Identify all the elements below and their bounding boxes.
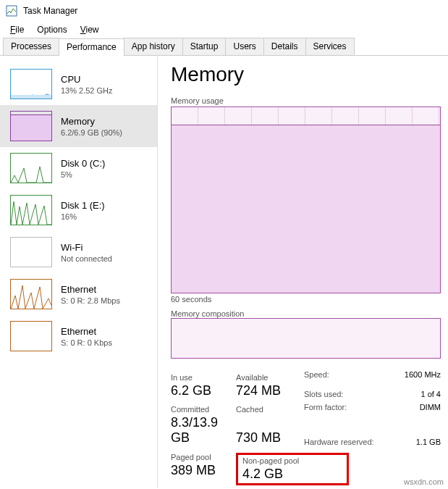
nonpaged-pool-highlight: Non-paged pool 4.2 GB bbox=[236, 453, 349, 485]
detail-pane: Memory Memory usage 60 seconds Memory co… bbox=[158, 56, 448, 488]
cpu-thumb-icon bbox=[10, 69, 52, 99]
nonpaged-pool-value: 4.2 GB bbox=[242, 465, 342, 482]
memory-usage-chart bbox=[171, 106, 441, 293]
sidebar-item-label: Memory bbox=[61, 116, 122, 127]
sidebar-item-sublabel: 13% 2.52 GHz bbox=[61, 86, 113, 95]
page-title: Memory bbox=[171, 63, 441, 86]
app-icon bbox=[6, 5, 17, 17]
sidebar-item-label: Ethernet bbox=[61, 326, 112, 337]
menu-view[interactable]: View bbox=[75, 23, 105, 36]
sidebar-item-eth0[interactable]: Ethernet S: 0 R: 2.8 Mbps bbox=[0, 273, 157, 315]
menu-file[interactable]: File bbox=[4, 23, 30, 36]
sidebar-item-disk1[interactable]: Disk 1 (E:) 16% bbox=[0, 189, 157, 231]
sidebar-item-cpu[interactable]: CPU 13% 2.52 GHz bbox=[0, 63, 157, 105]
available-value: 724 MB bbox=[236, 382, 304, 401]
memory-thumb-icon bbox=[10, 111, 52, 141]
ethernet-thumb-icon bbox=[10, 279, 52, 309]
sidebar-item-label: Ethernet bbox=[61, 284, 120, 295]
tab-performance[interactable]: Performance bbox=[59, 38, 124, 56]
titlebar: Task Manager bbox=[0, 0, 448, 22]
ethernet-thumb-icon bbox=[10, 321, 52, 351]
sidebar-item-sublabel: Not connected bbox=[61, 254, 112, 263]
sidebar-item-sublabel: 5% bbox=[61, 170, 105, 179]
sidebar-item-label: Disk 0 (C:) bbox=[61, 158, 105, 169]
disk-thumb-icon bbox=[10, 195, 52, 225]
sidebar-item-sublabel: 6.2/6.9 GB (90%) bbox=[61, 128, 122, 137]
tab-startup[interactable]: Startup bbox=[182, 38, 227, 55]
watermark: wsxdn.com bbox=[404, 477, 444, 486]
tab-strip: Processes Performance App history Startu… bbox=[0, 38, 448, 56]
spec-form-value: DIMM bbox=[405, 401, 441, 414]
committed-label: Committed bbox=[171, 405, 236, 414]
spec-form-label: Form factor: bbox=[304, 401, 405, 414]
committed-value: 8.3/13.9 GB bbox=[171, 414, 236, 448]
memory-composition-chart bbox=[171, 318, 441, 359]
spec-slots-value: 1 of 4 bbox=[405, 388, 441, 401]
tab-details[interactable]: Details bbox=[263, 38, 306, 55]
available-label: Available bbox=[236, 373, 304, 382]
sidebar: CPU 13% 2.52 GHz Memory 6.2/6.9 GB (90%)… bbox=[0, 56, 158, 488]
menubar: File Options View bbox=[0, 22, 448, 38]
sidebar-item-label: Disk 1 (E:) bbox=[61, 200, 105, 211]
memory-composition-label: Memory composition bbox=[171, 309, 441, 318]
disk-thumb-icon bbox=[10, 153, 52, 183]
cached-value: 730 MB bbox=[236, 429, 304, 448]
menu-options[interactable]: Options bbox=[31, 23, 72, 36]
sidebar-item-sublabel: S: 0 R: 2.8 Mbps bbox=[61, 296, 120, 305]
tab-users[interactable]: Users bbox=[225, 38, 263, 55]
window-title: Task Manager bbox=[23, 6, 77, 16]
stats-grid: In use Available Speed: 1600 MHz 6.2 GB … bbox=[171, 369, 441, 448]
content: CPU 13% 2.52 GHz Memory 6.2/6.9 GB (90%)… bbox=[0, 56, 448, 488]
tab-app-history[interactable]: App history bbox=[124, 38, 183, 55]
in-use-value: 6.2 GB bbox=[171, 382, 236, 401]
sidebar-item-sublabel: 16% bbox=[61, 212, 105, 221]
tab-processes[interactable]: Processes bbox=[3, 38, 59, 55]
cached-label: Cached bbox=[236, 405, 304, 414]
paged-pool-label: Paged pool bbox=[171, 453, 236, 461]
spec-reserved-value: 1.1 GB bbox=[405, 436, 441, 449]
sidebar-item-wifi[interactable]: Wi-Fi Not connected bbox=[0, 231, 157, 273]
sidebar-item-sublabel: S: 0 R: 0 Kbps bbox=[61, 338, 112, 347]
spec-reserved-label: Hardware reserved: bbox=[304, 436, 405, 449]
in-use-label: In use bbox=[171, 373, 236, 382]
sidebar-item-label: CPU bbox=[61, 74, 113, 85]
wifi-thumb-icon bbox=[10, 237, 52, 267]
paged-pool-value: 389 MB bbox=[171, 461, 236, 478]
sidebar-item-disk0[interactable]: Disk 0 (C:) 5% bbox=[0, 147, 157, 189]
memory-usage-label: Memory usage bbox=[171, 96, 441, 105]
spec-speed-label: Speed: bbox=[304, 369, 405, 382]
nonpaged-pool-label: Non-paged pool bbox=[242, 456, 342, 465]
spec-speed-value: 1600 MHz bbox=[405, 369, 441, 382]
chart-axis-label: 60 seconds bbox=[171, 295, 441, 304]
pool-row: Paged pool 389 MB Non-paged pool 4.2 GB bbox=[171, 453, 441, 485]
sidebar-item-label: Wi-Fi bbox=[61, 242, 112, 253]
sidebar-item-eth1[interactable]: Ethernet S: 0 R: 0 Kbps bbox=[0, 315, 157, 357]
sidebar-item-memory[interactable]: Memory 6.2/6.9 GB (90%) bbox=[0, 105, 157, 147]
tab-services[interactable]: Services bbox=[305, 38, 355, 55]
spec-slots-label: Slots used: bbox=[304, 388, 405, 401]
